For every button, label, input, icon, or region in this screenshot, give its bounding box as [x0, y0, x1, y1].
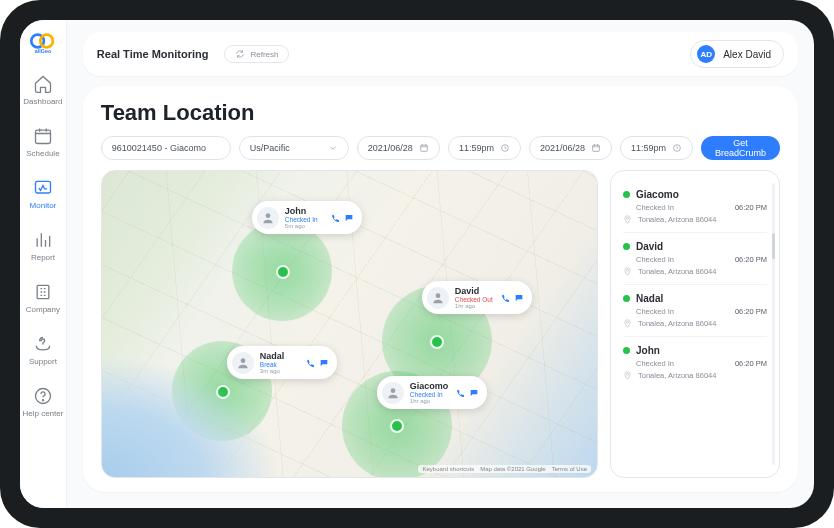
list-location: Tonalea, Arizona 86044: [638, 267, 716, 276]
start-time-input[interactable]: 11:59pm: [448, 136, 521, 160]
sidebar-item-support[interactable]: Support: [20, 326, 66, 374]
chat-icon[interactable]: [514, 293, 524, 303]
map-attr-terms[interactable]: Terms of Use: [552, 466, 587, 472]
svg-point-15: [390, 388, 395, 393]
chevron-down-icon: [328, 143, 338, 153]
status-dot-icon: [623, 295, 630, 302]
sidebar-item-company[interactable]: Company: [20, 274, 66, 322]
sidebar-nav: Dashboard Schedule Monitor Report Compan…: [20, 66, 66, 426]
avatar-icon: [257, 207, 279, 229]
refresh-button[interactable]: Refresh: [224, 45, 289, 63]
phone-icon[interactable]: [330, 213, 340, 223]
scrollbar-thumb[interactable]: [772, 233, 775, 259]
get-breadcrumb-button[interactable]: Get BreadCrumb: [701, 136, 780, 160]
svg-point-1: [40, 35, 53, 48]
refresh-icon: [235, 49, 245, 59]
svg-point-19: [627, 373, 629, 375]
sidebar-item-monitor[interactable]: Monitor: [20, 170, 66, 218]
status-dot-icon: [623, 347, 630, 354]
phone-icon[interactable]: [500, 293, 510, 303]
list-status-label: Checked In: [636, 359, 727, 368]
list-status-label: Checked In: [636, 255, 727, 264]
timezone-select[interactable]: Us/Pacific: [239, 136, 349, 160]
clock-icon: [672, 143, 682, 153]
map-attr-shortcuts[interactable]: Keyboard shortcuts: [422, 466, 474, 472]
map[interactable]: John Checked In 5m ago: [101, 170, 598, 478]
sidebar-item-dashboard[interactable]: Dashboard: [20, 66, 66, 114]
end-date-value: 2021/06/28: [540, 143, 585, 153]
chat-icon[interactable]: [344, 213, 354, 223]
map-card-time: 1hr ago: [455, 303, 494, 309]
svg-rect-4: [35, 181, 50, 193]
list-status-label: Checked In: [636, 203, 727, 212]
map-card-status: Checked In: [410, 391, 449, 398]
list-name: David: [636, 241, 663, 252]
map-card-status: Checked In: [285, 216, 324, 223]
scrollbar-track[interactable]: [772, 183, 775, 465]
list-item[interactable]: Nadal Checked In06:20 PM Tonalea, Arizon…: [623, 285, 767, 337]
list-item[interactable]: David Checked In06:20 PM Tonalea, Arizon…: [623, 233, 767, 285]
sidebar-item-schedule[interactable]: Schedule: [20, 118, 66, 166]
map-person-card[interactable]: David Checked Out 1hr ago: [422, 281, 532, 314]
map-pin-icon: [218, 387, 228, 397]
app-screen: allGeo Dashboard Schedule Monitor: [20, 20, 814, 508]
list-name: Giacomo: [636, 189, 679, 200]
user-avatar-initials: AD: [697, 45, 715, 63]
status-dot-icon: [623, 191, 630, 198]
content-panel: Team Location 9610021450 - Giacomo Us/Pa…: [83, 86, 798, 492]
list-location: Tonalea, Arizona 86044: [638, 215, 716, 224]
sidebar-item-label: Schedule: [26, 149, 59, 158]
sidebar-item-label: Report: [31, 253, 55, 262]
page-section-title: Real Time Monitoring: [97, 48, 209, 60]
map-card-name: Nadal: [260, 351, 299, 361]
map-person-card[interactable]: John Checked In 5m ago: [252, 201, 362, 234]
list-time: 06:20 PM: [735, 203, 767, 212]
map-card-name: David: [455, 286, 494, 296]
map-pin-icon: [392, 421, 402, 431]
map-credit: Google: [108, 464, 139, 473]
phone-icon[interactable]: [305, 358, 315, 368]
svg-point-16: [627, 217, 629, 219]
svg-point-17: [627, 269, 629, 271]
user-chip[interactable]: AD Alex David: [690, 40, 784, 68]
map-person-card[interactable]: Giacomo Checked In 1hr ago: [377, 376, 487, 409]
main-area: Real Time Monitoring Refresh AD Alex Dav…: [67, 20, 814, 508]
content-row: John Checked In 5m ago: [101, 170, 780, 478]
brand-logo: allGeo: [25, 32, 61, 56]
avatar-icon: [232, 352, 254, 374]
end-date-input[interactable]: 2021/06/28: [529, 136, 612, 160]
chat-icon[interactable]: [319, 358, 329, 368]
map-card-status: Break: [260, 361, 299, 368]
list-time: 06:20 PM: [735, 359, 767, 368]
page-title: Team Location: [101, 100, 780, 126]
start-time-value: 11:59pm: [459, 143, 494, 153]
list-item[interactable]: John Checked In06:20 PM Tonalea, Arizona…: [623, 337, 767, 388]
sidebar-item-report[interactable]: Report: [20, 222, 66, 270]
map-person-card[interactable]: Nadal Break 3m ago: [227, 346, 337, 379]
sidebar-item-label: Help center: [22, 409, 63, 418]
chat-icon[interactable]: [469, 388, 479, 398]
timezone-select-value: Us/Pacific: [250, 143, 290, 153]
user-name: Alex David: [723, 49, 771, 60]
map-card-name: John: [285, 206, 324, 216]
map-pin-icon: [278, 267, 288, 277]
clock-icon: [500, 143, 510, 153]
phone-icon[interactable]: [455, 388, 465, 398]
map-card-time: 1hr ago: [410, 398, 449, 404]
team-select[interactable]: 9610021450 - Giacomo: [101, 136, 231, 160]
list-location: Tonalea, Arizona 86044: [638, 319, 716, 328]
sidebar-item-label: Monitor: [30, 201, 57, 210]
list-item[interactable]: Giacomo Checked In06:20 PM Tonalea, Ariz…: [623, 181, 767, 233]
map-card-time: 3m ago: [260, 368, 299, 374]
map-attr-mapdata: Map data ©2021 Google: [480, 466, 545, 472]
end-time-input[interactable]: 11:59pm: [620, 136, 693, 160]
sidebar-item-help[interactable]: Help center: [20, 378, 66, 426]
device-frame: allGeo Dashboard Schedule Monitor: [0, 0, 834, 528]
list-time: 06:20 PM: [735, 255, 767, 264]
start-date-input[interactable]: 2021/06/28: [357, 136, 440, 160]
calendar-icon: [419, 143, 429, 153]
calendar-icon: [591, 143, 601, 153]
status-dot-icon: [623, 243, 630, 250]
map-card-time: 5m ago: [285, 223, 324, 229]
location-pin-icon: [623, 371, 632, 380]
